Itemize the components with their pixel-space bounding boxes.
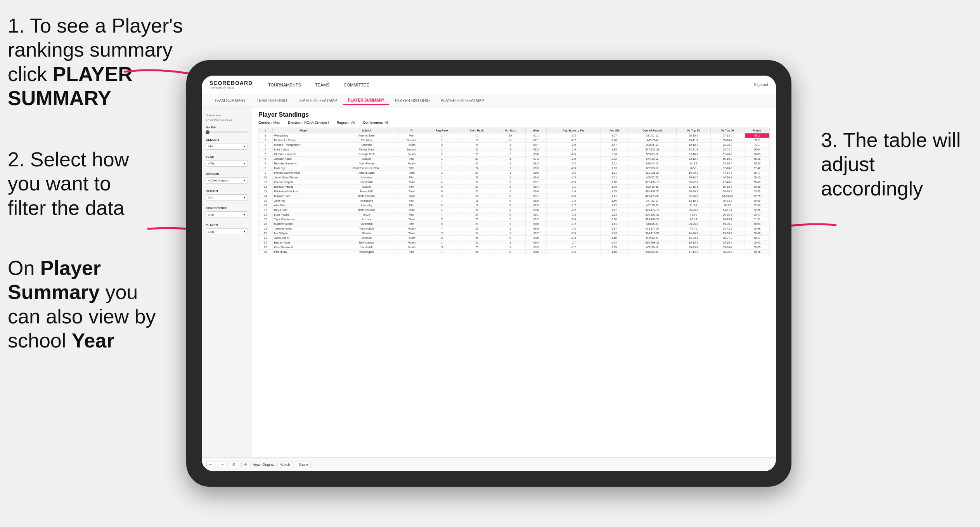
slider-track[interactable] <box>206 131 248 133</box>
table-cell: 2 <box>495 147 526 152</box>
table-cell: Missouri <box>335 236 398 240</box>
table-cell: Jackson Koivu <box>272 157 335 161</box>
table-cell: 4 <box>259 147 273 152</box>
table-cell: 18 <box>459 199 495 203</box>
table-cell: 21 <box>259 226 273 231</box>
table-cell: 20-14-5 <box>676 175 710 180</box>
table-cell: 51-51-10 <box>710 194 745 199</box>
watch-btn[interactable]: Watch <box>277 461 293 468</box>
table-cell: New Mexico <box>335 240 398 245</box>
gender-chevron: ▾ <box>244 145 245 148</box>
table-cell: 47-40-3 <box>710 180 745 185</box>
table-cell: 1 <box>425 240 459 245</box>
table-cell: Michael Le Sasso <box>272 138 335 143</box>
tablet-screen: SCOREBOARD Powered by clippi TOURNAMENTS… <box>202 76 776 471</box>
table-cell: 1 <box>425 166 459 171</box>
table-cell: 60.98 <box>745 222 769 226</box>
table-cell: 5 <box>425 217 459 222</box>
table-row: 16Alex GoffKentuckyFifth819068.3-1.71.92… <box>259 203 770 208</box>
filter-division-label: Division: <box>288 121 303 124</box>
top-nav: SCOREBOARD Powered by clippi TOURNAMENTS… <box>202 76 776 94</box>
table-cell: 607-53-12 <box>628 166 676 171</box>
player-control[interactable]: (All) ▾ <box>206 228 248 235</box>
table-cell: 44-36-8 <box>710 175 745 180</box>
col-vs-top25: Vs Top 25 <box>676 128 710 133</box>
gender-section: Gender Men ▾ <box>206 138 248 150</box>
table-cell: Fourth <box>398 245 425 250</box>
gender-control[interactable]: Men ▾ <box>206 143 248 150</box>
table-cell: 15 <box>259 199 273 203</box>
table-cell: 5 <box>425 185 459 189</box>
table-cell: 1.61 <box>600 222 628 226</box>
table-cell: 24-10-4 <box>710 161 745 166</box>
sidebar-update: Update time: 27/03/2024 16:56:26 <box>206 114 248 122</box>
subnav-team-h2h-grid[interactable]: TEAM H2H GRID <box>252 97 292 104</box>
table-cell: 7 <box>425 250 459 254</box>
table-cell: 24 <box>459 236 495 240</box>
settings-btn[interactable]: ⚙ <box>241 461 250 468</box>
table-cell: 14-20-1 <box>676 236 710 240</box>
table-cell: 1 <box>425 161 459 166</box>
subnav-player-h2h-grid[interactable]: PLAYER H2H GRID <box>391 97 435 104</box>
subnav-team-summary[interactable]: TEAM SUMMARY <box>210 97 251 104</box>
nav-teams[interactable]: TEAMS <box>309 80 336 90</box>
table-cell: Vanderbilt <box>335 222 398 226</box>
table-cell: 7 <box>259 161 273 166</box>
table-cell: 23 <box>459 217 495 222</box>
nav-right: Sign out <box>754 83 768 87</box>
table-cell: Alex Goff <box>272 203 335 208</box>
table-cell: 1 <box>495 189 526 194</box>
table-cell: 14 <box>259 194 273 199</box>
sign-out-link[interactable]: Sign out <box>754 83 768 87</box>
table-cell: Kentucky <box>335 203 398 208</box>
table-cell: Phichaksn Maichon <box>272 189 335 194</box>
redo-btn[interactable]: ↪ <box>218 461 227 468</box>
table-cell: 44-64-6 <box>710 171 745 175</box>
region-control[interactable]: N/A ▾ <box>206 194 248 201</box>
table-row: 1Wenyi DingArizona StateFirst111567.1-3.… <box>259 133 770 138</box>
slider-thumb[interactable] <box>206 130 210 134</box>
table-cell: North Florida <box>335 161 398 166</box>
table-cell: Washington <box>335 250 398 254</box>
table-cell: 21 <box>459 152 495 157</box>
subnav-player-summary[interactable]: PLAYER SUMMARY <box>343 97 389 105</box>
table-cell: 2 <box>495 161 526 166</box>
table-cell: 2.01 <box>600 161 628 166</box>
table-cell: Fifth <box>398 222 425 226</box>
nav-tournaments[interactable]: TOURNAMENTS <box>262 80 307 90</box>
table-cell: 69.0 <box>526 208 547 213</box>
table-cell: 1 <box>425 175 459 180</box>
undo-btn[interactable]: ↩ <box>206 461 215 468</box>
table-cell: Taehoon Song <box>272 226 335 231</box>
table-cell: 473-177-57 <box>628 226 676 231</box>
table-title: Player Standings <box>258 111 770 118</box>
table-cell: 6 <box>259 157 273 161</box>
table-cell: 448-85-27 <box>628 222 676 226</box>
col-player: Player <box>272 128 335 133</box>
year-control[interactable]: (All) ▾ <box>206 160 248 167</box>
table-cell: 8-21-1 <box>676 217 710 222</box>
table-cell: 60.02 <box>745 240 769 245</box>
table-cell: -1.7 <box>547 203 600 208</box>
division-control[interactable]: NCAA Division I ▾ <box>206 177 248 184</box>
table-cell: 3.07 <box>600 133 628 138</box>
table-cell: 22-26-7 <box>676 194 710 199</box>
nav-committee[interactable]: COMMITTEE <box>338 80 376 90</box>
table-cell: 4 <box>425 180 459 185</box>
table-cell: 17 <box>259 208 273 213</box>
table-cell: Washington <box>335 226 398 231</box>
subnav-team-h2h-heatmap[interactable]: TEAM H2H HEATMAP <box>293 97 342 104</box>
table-cell: 6 <box>425 189 459 194</box>
share-btn[interactable]: Share <box>296 461 311 468</box>
logo-sub: Powered by clippi <box>210 86 253 90</box>
subnav-player-h2h-heatmap[interactable]: PLAYER H2H HEATMAP <box>436 97 489 104</box>
table-cell: -0.5 <box>547 171 600 175</box>
instruction-bottom: On Player Summary you can also view by s… <box>8 256 175 353</box>
copy-btn[interactable]: ⊞ <box>230 461 238 468</box>
table-cell: 2 <box>495 166 526 171</box>
sidebar: Update time: 27/03/2024 16:56:26 No Rds.… <box>202 107 252 457</box>
table-cell: 68.04 <box>745 147 769 152</box>
conference-control[interactable]: (All) ▾ <box>206 211 248 218</box>
table-cell: 65.47 <box>745 213 769 217</box>
player-value: (All) <box>208 230 214 233</box>
